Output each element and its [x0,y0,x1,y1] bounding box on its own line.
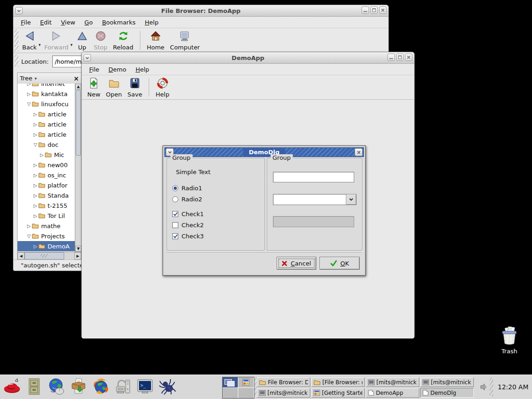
minimize-icon[interactable] [362,6,369,14]
text-field[interactable] [273,172,354,182]
cancel-button[interactable]: Cancel [277,257,316,270]
taskbar-window-button-mits-mitnick[interactable]: [mits@mitnick:~ [420,377,474,387]
toolbar-button-home[interactable]: Home [144,29,167,52]
taskbar-window-button-demodlg[interactable]: DemoDlg [420,388,474,398]
tree-item-demoa[interactable]: ▷DemoA [18,241,75,251]
minimize-icon[interactable] [387,54,395,61]
scroll-up-icon[interactable]: ▲ [75,84,81,90]
dropdown-arrow-icon[interactable]: ▾ [39,42,41,47]
expand-expander-icon[interactable]: ▷ [32,213,38,218]
toolbar-button-help[interactable]: Help [153,76,172,99]
scroll-right-icon[interactable]: ▶ [74,252,81,260]
maximize-icon[interactable] [396,54,404,61]
menu-item-help[interactable]: Help [131,65,154,74]
maximize-icon[interactable] [370,6,378,14]
launcher-file-cabinet-icon[interactable] [25,378,43,396]
combo-box[interactable] [273,194,357,205]
tree-item-projects[interactable]: ▽Projects [18,231,75,241]
collapse-expander-icon[interactable]: ▽ [26,234,32,239]
launcher-globe-fire-icon[interactable] [91,378,110,396]
launcher-printer-icon[interactable] [114,378,132,396]
volume-icon[interactable] [480,383,488,392]
expand-expander-icon[interactable]: ▷ [39,152,45,157]
tree-item-standa[interactable]: ▷Standa [18,190,75,200]
taskbar-window-button-file-browser-de[interactable]: File Browser: De [257,377,310,387]
taskbar-window-button-getting-started[interactable]: [Getting Started [311,388,365,398]
toolbar-button-open[interactable]: Open [103,76,125,99]
tree-item-linuxfocu[interactable]: ▽linuxfocu [18,99,75,109]
expand-expander-icon[interactable]: ▷ [32,183,38,188]
tree-item-article[interactable]: ▷article [18,129,75,139]
launcher-redhat-menu-icon[interactable] [3,378,21,396]
tree-item-doc[interactable]: ▽doc [18,139,75,150]
toolbar-button-reload[interactable]: Reload [110,29,136,52]
close-icon[interactable] [405,54,412,61]
expand-expander-icon[interactable]: ▷ [26,91,32,97]
taskbar-window-button-file-browser-gt[interactable]: [File Browser: gt [311,377,365,387]
horizontal-scroll-thumb[interactable] [24,252,64,260]
launcher-globe-mouse-icon[interactable] [47,378,66,396]
window-menu-icon[interactable] [15,7,23,14]
menu-item-go[interactable]: Go [80,18,97,27]
workspace-1[interactable] [223,377,238,387]
toolbar-button-new[interactable]: New [85,76,103,99]
tree-item-platfor[interactable]: ▷platfor [18,180,75,190]
ok-button[interactable]: OK [320,257,360,270]
close-icon[interactable] [379,6,387,14]
expand-expander-icon[interactable]: ▷ [32,132,38,137]
tree-item-new00[interactable]: ▷new00 [18,160,75,170]
collapse-expander-icon[interactable]: ▽ [26,102,32,107]
toolbar-button-back[interactable]: Back [19,29,40,52]
toolbar-handle[interactable] [14,30,18,51]
workspace-3[interactable] [223,388,238,398]
menu-item-file[interactable]: File [85,65,104,74]
menu-item-edit[interactable]: Edit [36,18,56,27]
expand-expander-icon[interactable]: ▷ [32,122,38,127]
expand-expander-icon[interactable]: ▷ [32,244,38,249]
workspace-2[interactable] [238,377,254,387]
toolbar-button-save[interactable]: Save [125,76,145,99]
expand-expander-icon[interactable]: ▷ [26,224,32,229]
workspace-4[interactable] [238,388,254,398]
expand-expander-icon[interactable]: ▷ [32,193,38,198]
tree-item-article[interactable]: ▷article [18,119,75,129]
menu-item-view[interactable]: View [56,18,80,27]
taskbar-window-button-mits-mitnick[interactable]: [mits@mitnick:~ [366,377,419,387]
tree-item-mic[interactable]: ▷Mic [18,150,75,160]
tree-item-tor-lil[interactable]: ▷Tor Lil [18,211,75,221]
expand-expander-icon[interactable]: ▷ [32,163,38,168]
tree-item-article[interactable]: ▷article [18,109,75,119]
file-browser-titlebar[interactable]: File Browser: DemoApp [13,5,388,17]
tree-pane-header[interactable]: Tree ▾ × [18,73,81,84]
taskbar-window-button-demoapp[interactable]: DemoApp [366,388,419,398]
toolbar-button-computer[interactable]: Computer [167,29,203,52]
clock[interactable]: 12:20 AM [495,375,531,399]
trash-desktop-icon[interactable]: Trash [497,325,522,355]
expand-expander-icon[interactable]: ▷ [32,112,38,117]
expand-expander-icon[interactable]: ▷ [32,173,38,178]
scroll-left-icon[interactable]: ◀ [18,252,24,260]
menu-item-file[interactable]: File [16,18,36,27]
launcher-spider-icon[interactable] [158,378,176,396]
tree-horizontal-scrollbar[interactable]: ◀ ▶ [18,252,81,260]
expand-expander-icon[interactable]: ▷ [26,84,32,86]
tree-item-kantakta[interactable]: ▷kantakta [18,89,75,99]
menu-item-bookmarks[interactable]: Bookmarks [97,18,140,27]
launcher-package-icon[interactable] [69,378,88,396]
scroll-down-icon[interactable]: ▼ [75,246,81,252]
collapse-expander-icon[interactable]: ▽ [32,142,38,147]
vertical-scroll-thumb[interactable] [76,90,81,156]
window-menu-icon[interactable] [84,54,91,61]
tree-item-os-inc[interactable]: ▷os_inc [18,170,75,180]
taskbar-window-button-mits-mitnick[interactable]: [mits@mitnick:~ [257,388,310,398]
clock-handle[interactable] [490,378,493,396]
tree-item-mathe[interactable]: ▷mathe [18,221,75,231]
expand-expander-icon[interactable]: ▷ [32,203,38,208]
demodlg-titlebar[interactable]: DemoDlg [164,147,364,157]
demoapp-titlebar[interactable]: DemoApp [82,52,414,64]
menu-item-demo[interactable]: Demo [104,65,131,74]
launcher-terminal-icon[interactable]: >_ [136,378,154,396]
chevron-down-icon[interactable] [346,194,356,205]
toolbar-button-up[interactable]: Up [73,29,91,52]
location-bar-handle[interactable] [14,54,18,66]
